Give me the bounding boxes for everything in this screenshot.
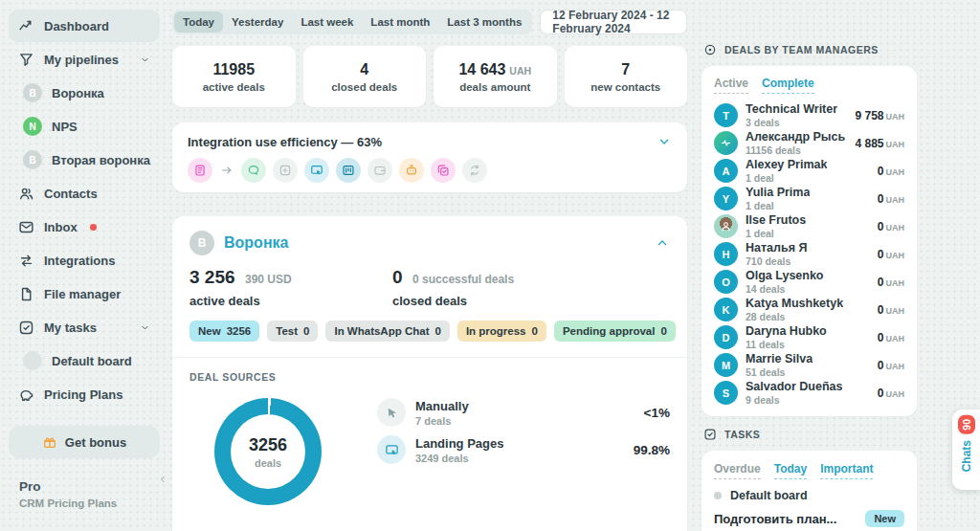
sidebar-item[interactable]: My tasks <box>9 311 160 343</box>
sidebar-item-label: Inbox <box>44 220 78 234</box>
stage-label: Test <box>276 325 298 337</box>
manager-row[interactable]: Александр Рысь 11156 deals 4 885UAH <box>714 129 904 157</box>
source-deals: 7 deals <box>415 415 469 427</box>
wallet-icon[interactable] <box>368 158 392 183</box>
check-square-icon <box>18 320 34 336</box>
sidebar-item[interactable]: Default board <box>9 344 160 377</box>
date-range-input[interactable]: 12 February 2024 - 12 February 2024 <box>540 10 687 34</box>
manager-avatar: O <box>714 270 738 294</box>
manager-name: Alexey Primak <box>746 158 827 171</box>
stat-value: 14 643 <box>458 61 505 78</box>
manager-avatar: M <box>714 353 738 377</box>
tasks-tab[interactable]: Today <box>774 462 807 479</box>
period-toolbar: Today Yesterday Last week Last month Las… <box>172 10 687 34</box>
plan-subtitle[interactable]: CRM Pricing Plans <box>19 498 149 509</box>
stage-badge[interactable]: In WhatsApp Chat 0 <box>325 321 449 342</box>
sidebar-item[interactable]: B Вторая воронка <box>9 144 160 176</box>
chat-icon[interactable] <box>241 158 266 183</box>
source-percent: <1% <box>644 406 670 420</box>
manager-row[interactable]: D Daryna Hubko 11 deals 0UAH <box>714 323 904 351</box>
manager-currency: UAH <box>886 334 905 343</box>
sidebar-item[interactable]: Dashboard <box>9 10 160 42</box>
main-content: Today Yesterday Last week Last month Las… <box>172 0 687 531</box>
arrow-right-icon[interactable] <box>219 158 234 183</box>
manager-row[interactable]: Y Yulia Prima 1 deal 0UAH <box>714 185 904 212</box>
managers-tab[interactable]: Active <box>714 77 748 94</box>
bot-icon[interactable] <box>399 158 424 183</box>
period-tab[interactable]: Yesterday <box>223 11 292 33</box>
stat-value: 4 <box>360 61 368 78</box>
sidebar-item[interactable]: Integrations <box>9 244 160 277</box>
tasks-card: Overdue Today Important Default board По… <box>702 451 917 531</box>
manager-row[interactable]: M Marrie Silva 51 deals 0UAH <box>714 351 904 379</box>
sidebar-item[interactable]: Pricing Plans <box>9 378 160 410</box>
stage-badge[interactable]: New 3256 <box>189 321 259 342</box>
source-name: Manually <box>415 399 469 413</box>
manager-row[interactable]: H Наталья Я 710 deals 0UAH <box>714 240 904 268</box>
period-tab[interactable]: Today <box>174 11 223 33</box>
stage-label: In progress <box>466 325 526 337</box>
copy-check-icon[interactable] <box>431 158 456 183</box>
sidebar-item[interactable]: N NPS <box>9 110 160 143</box>
active-deals-amount: 390 USD <box>245 273 292 286</box>
manager-row[interactable]: S Salvador Dueñas 9 deals 0UAH <box>714 379 904 407</box>
tasks-tab[interactable]: Overdue <box>714 462 761 479</box>
closed-deals-note: 0 successful deals <box>412 273 514 286</box>
manager-row[interactable]: T Technical Writer 3 deals 9 758UAH <box>714 101 904 129</box>
manager-name: Ilse Frutos <box>746 213 806 227</box>
form-icon[interactable] <box>188 158 212 183</box>
period-tab[interactable]: Last 3 months <box>438 11 530 33</box>
target-icon <box>703 43 717 56</box>
manager-deals: 9 deals <box>746 394 842 406</box>
stage-badge[interactable]: In progress 0 <box>457 321 546 342</box>
chats-tab[interactable]: 90 Chats <box>952 409 980 490</box>
tasks-tab[interactable]: Important <box>820 462 873 479</box>
manager-row[interactable]: K Katya Mushketyk 28 deals 0UAH <box>714 296 904 323</box>
task-row[interactable]: Подготовить план... New <box>714 510 904 527</box>
chart-line-icon <box>18 18 34 34</box>
sidebar-item[interactable]: File manager <box>9 277 160 310</box>
sync-icon[interactable] <box>462 158 487 183</box>
stage-count: 0 <box>532 325 538 337</box>
task-board-row[interactable]: Default board <box>714 489 904 502</box>
manager-row[interactable]: Ilse Frutos 1 deal 0UAH <box>714 212 904 240</box>
manager-name: Technical Writer <box>746 102 837 116</box>
stat-card: 14 643 UAH deals amount <box>434 46 557 107</box>
manager-amount: 0 <box>878 276 884 289</box>
chevron-down-icon[interactable] <box>140 322 150 333</box>
stat-value: 7 <box>621 61 630 78</box>
period-tab[interactable]: Last month <box>362 11 438 33</box>
manager-avatar: T <box>714 103 738 127</box>
source-deals: 3249 deals <box>415 453 503 464</box>
gift-icon <box>42 434 57 450</box>
manager-row[interactable]: O Olga Lysenko 14 deals 0UAH <box>714 268 904 296</box>
manager-amount: 4 885 <box>855 137 883 150</box>
period-tab[interactable]: Last week <box>292 11 362 33</box>
funnel-icon <box>18 52 34 68</box>
plus-square-icon[interactable] <box>273 158 298 183</box>
pipeline-title-link[interactable]: Воронка <box>224 234 288 252</box>
board-label: Default board <box>730 489 808 502</box>
chevron-down-icon[interactable] <box>140 55 150 65</box>
chevron-up-icon[interactable] <box>655 235 670 251</box>
sidebar-item[interactable]: Contacts <box>9 177 160 210</box>
kanban-icon[interactable] <box>336 158 361 183</box>
sidebar-item-label: My tasks <box>44 321 97 335</box>
stage-badge[interactable]: Test 0 <box>267 321 318 342</box>
sidebar-item[interactable]: My pipelines <box>9 43 160 76</box>
users-icon <box>18 186 34 202</box>
sidebar-item-label: Pricing Plans <box>44 387 122 402</box>
stat-label: active deals <box>203 81 265 93</box>
stats-row: 11985 active deals 4 closed deals 14 <box>172 46 687 107</box>
sidebar-collapse-button[interactable] <box>157 474 168 485</box>
sidebar-item[interactable]: B Воронка <box>9 77 160 109</box>
tasks-tabs: Overdue Today Important <box>714 462 904 479</box>
chevron-down-icon[interactable] <box>657 134 672 149</box>
sidebar-item[interactable]: Inbox <box>9 210 160 243</box>
manager-row[interactable]: A Alexey Primak 1 deal 0UAH <box>714 157 904 185</box>
managers-tab[interactable]: Complete <box>762 77 814 94</box>
app-window: Dashboard My pipelines B Воронка <box>0 0 980 531</box>
browser-click-icon[interactable] <box>304 158 329 183</box>
get-bonus-button[interactable]: Get bonus <box>9 426 160 458</box>
stage-badge[interactable]: Pending approval 0 <box>554 321 676 342</box>
